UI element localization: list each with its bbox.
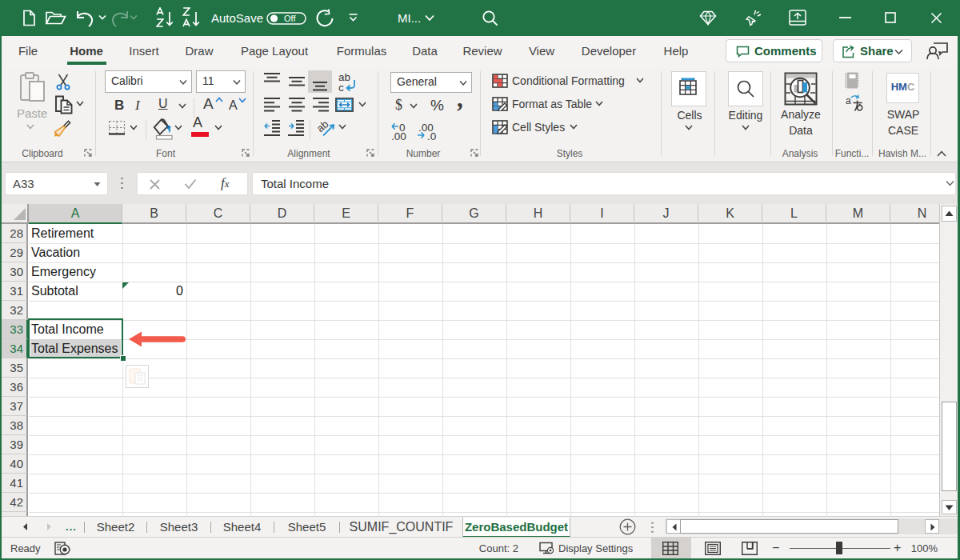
svg-text:ab: ab xyxy=(317,118,331,134)
svg-text:.00: .00 xyxy=(391,130,406,142)
svg-text:c: c xyxy=(338,82,344,94)
svg-text:.0: .0 xyxy=(427,130,436,142)
svg-text:a: a xyxy=(846,95,851,106)
svg-text:Off: Off xyxy=(284,14,296,23)
